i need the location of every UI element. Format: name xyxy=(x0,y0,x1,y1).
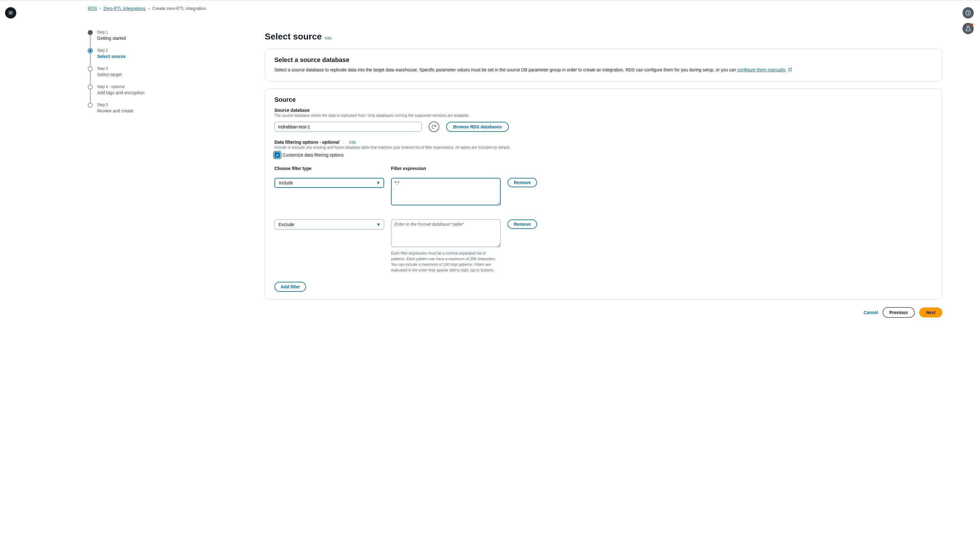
configure-manually-link[interactable]: configure them manually. xyxy=(738,67,786,72)
panel-desc: Select a source database to replicate da… xyxy=(274,67,933,73)
browse-rds-button[interactable]: Browse RDS databases xyxy=(446,122,509,132)
cloudshell-icon[interactable] xyxy=(962,7,974,18)
chevron-right-icon: › xyxy=(100,6,101,11)
breadcrumb-rds[interactable]: RDS xyxy=(88,6,97,11)
experiments-icon[interactable] xyxy=(962,23,974,34)
menu-toggle-button[interactable] xyxy=(5,7,16,18)
add-filter-button[interactable]: Add filter xyxy=(274,282,306,292)
filter-expression-input[interactable] xyxy=(391,220,501,247)
remove-filter-button[interactable]: Remove xyxy=(508,178,537,187)
filter-expr-column-label: Filter expression xyxy=(391,166,501,171)
customize-filter-label: Customize data filtering options xyxy=(283,153,344,158)
breadcrumb-current: Create zero-ETL integration xyxy=(152,6,206,11)
notification-dot-icon xyxy=(970,23,973,26)
source-db-input[interactable] xyxy=(274,122,422,132)
step-select-source[interactable]: Select source xyxy=(97,54,126,59)
source-panel: Source Source database The source databa… xyxy=(265,88,942,300)
previous-button[interactable]: Previous xyxy=(882,307,915,318)
filter-expression-help: Each filter expression must be a comma-s… xyxy=(391,251,501,273)
next-button[interactable]: Next xyxy=(919,308,942,318)
filter-info-link[interactable]: Info xyxy=(349,140,356,145)
step-label: Step 4 - optional xyxy=(97,85,144,89)
source-db-hint: The source database where the data is re… xyxy=(274,113,933,118)
panel-title: Source xyxy=(274,96,933,103)
page-title: Select source xyxy=(265,32,322,42)
step-label: Step 1 xyxy=(97,30,126,34)
remove-filter-button[interactable]: Remove xyxy=(508,220,537,229)
filter-expression-input[interactable] xyxy=(391,178,501,205)
source-db-label: Source database xyxy=(274,108,933,113)
filter-type-select[interactable]: Include ▼ xyxy=(274,178,384,188)
caret-down-icon: ▼ xyxy=(376,222,381,227)
step-tags-encryption[interactable]: Add tags and encryption xyxy=(97,90,144,95)
breadcrumb: RDS › Zero-ETL integrations › Create zer… xyxy=(88,6,206,11)
filter-type-column-label: Choose filter type xyxy=(274,166,384,171)
step-getting-started[interactable]: Getting started xyxy=(97,36,126,41)
refresh-button[interactable] xyxy=(429,122,439,132)
step-indicator-pending-icon xyxy=(88,103,93,108)
external-link-icon xyxy=(788,67,792,73)
filter-options-label: Data filtering options - optional xyxy=(274,140,341,145)
filter-options-hint: Include or exclude any existing and futu… xyxy=(274,145,933,150)
caret-down-icon: ▼ xyxy=(376,180,381,186)
page-title-info-link[interactable]: Info xyxy=(325,36,332,41)
chevron-right-icon: › xyxy=(148,6,150,11)
step-label: Step 2 xyxy=(97,48,126,52)
step-label: Step 3 xyxy=(97,67,122,71)
step-select-target[interactable]: Select target xyxy=(97,72,122,77)
step-review-create[interactable]: Review and create xyxy=(97,108,134,113)
step-indicator-current-icon xyxy=(88,48,93,53)
panel-title: Select a source database xyxy=(274,56,933,64)
wizard-steps: Step 1 Getting started Step 2 Select sou… xyxy=(88,30,169,113)
filter-type-select[interactable]: Exclude ▼ xyxy=(274,220,384,230)
select-source-db-panel: Select a source database Select a source… xyxy=(265,49,942,81)
step-label: Step 5 xyxy=(97,103,134,107)
cancel-button[interactable]: Cancel xyxy=(864,310,878,315)
wizard-footer: Cancel Previous Next xyxy=(265,307,942,318)
breadcrumb-zero-etl[interactable]: Zero-ETL integrations xyxy=(103,6,146,11)
customize-filter-checkbox[interactable] xyxy=(274,152,280,158)
